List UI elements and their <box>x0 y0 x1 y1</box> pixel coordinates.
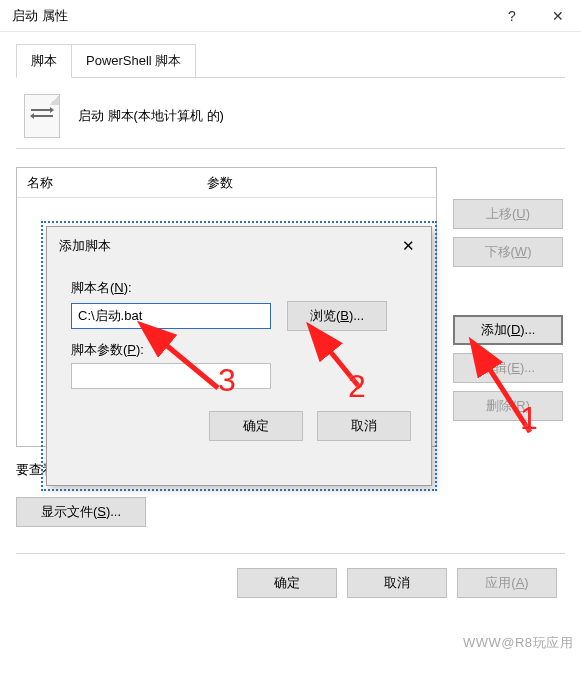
col-name[interactable]: 名称 <box>17 168 197 197</box>
cancel-button[interactable]: 取消 <box>347 568 447 598</box>
apply-button[interactable]: 应用(A) <box>457 568 557 598</box>
add-button[interactable]: 添加(D)... <box>453 315 563 345</box>
list-header: 名称 参数 <box>17 168 436 198</box>
move-up-button[interactable]: 上移(U) <box>453 199 563 229</box>
close-button[interactable]: ✕ <box>535 0 581 32</box>
browse-button[interactable]: 浏览(B)... <box>287 301 387 331</box>
script-params-input[interactable] <box>71 363 271 389</box>
modal-cancel-button[interactable]: 取消 <box>317 411 411 441</box>
tab-scripts[interactable]: 脚本 <box>16 44 72 78</box>
modal-ok-button[interactable]: 确定 <box>209 411 303 441</box>
script-params-label: 脚本参数(P): <box>71 341 411 359</box>
watermark: WWW@R8玩应用 <box>463 634 573 652</box>
script-name-input[interactable] <box>71 303 271 329</box>
remove-button[interactable]: 删除(R) <box>453 391 563 421</box>
ok-button[interactable]: 确定 <box>237 568 337 598</box>
script-file-icon <box>24 94 60 138</box>
title-bar: 启动 属性 ? ✕ <box>0 0 581 32</box>
modal-close-button[interactable]: ✕ <box>398 235 419 257</box>
window-title: 启动 属性 <box>12 7 489 25</box>
add-script-dialog: 添加脚本 ✕ 脚本名(N): 浏览(B)... 脚本参数(P): 确定 取消 <box>46 226 432 486</box>
header-subtitle: 启动 脚本(本地计算机 的) <box>78 107 224 125</box>
col-params[interactable]: 参数 <box>197 168 243 197</box>
tab-powershell[interactable]: PowerShell 脚本 <box>71 44 196 77</box>
edit-button[interactable]: 编辑(E)... <box>453 353 563 383</box>
modal-title: 添加脚本 <box>59 237 111 255</box>
show-files-button[interactable]: 显示文件(S)... <box>16 497 146 527</box>
help-button[interactable]: ? <box>489 0 535 32</box>
tab-strip: 脚本 PowerShell 脚本 <box>16 44 565 78</box>
script-name-label: 脚本名(N): <box>71 279 411 297</box>
move-down-button[interactable]: 下移(W) <box>453 237 563 267</box>
